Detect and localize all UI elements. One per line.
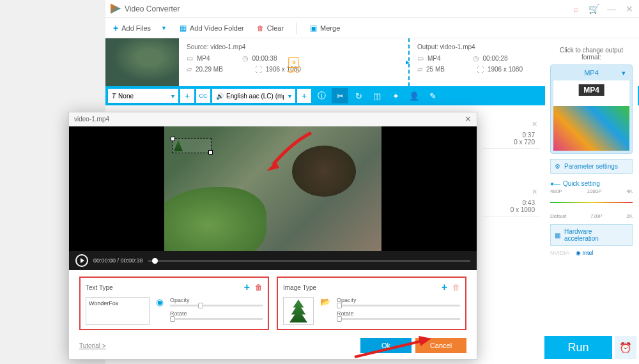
panel-title: Image Type bbox=[283, 284, 316, 291]
nvidia-label: NVIDIA bbox=[550, 250, 569, 256]
add-image-button[interactable]: + bbox=[442, 282, 447, 293]
hw-vendors: NVIDIA ◉ Intel bbox=[550, 250, 633, 256]
add-subtitle-button[interactable]: + bbox=[180, 89, 194, 103]
panel-title: Text Type bbox=[86, 284, 113, 291]
watermark-overlay[interactable] bbox=[172, 138, 212, 153]
effects-tool-icon[interactable]: ✦ bbox=[387, 88, 404, 103]
format-selector[interactable]: MP4 MP4 bbox=[550, 64, 633, 154]
list-item: ✕ 0:43 0 x 1080 bbox=[482, 185, 540, 216]
add-files-dropdown-icon[interactable]: ▼ bbox=[161, 25, 167, 31]
rotate-slider[interactable] bbox=[170, 318, 263, 320]
annotation-arrow-icon bbox=[260, 130, 318, 174]
cc-button[interactable]: CC bbox=[196, 89, 210, 103]
toolbar: +Add Files ▼ ▦Add Video Folder 🗑Clear ▣M… bbox=[105, 18, 639, 38]
format-preview: MP4 bbox=[553, 80, 629, 151]
target-icon[interactable]: ◉ bbox=[156, 297, 164, 325]
text-watermark-panel: Text Type + 🗑 WonderFox ◉ Opacity Rotate bbox=[79, 277, 269, 330]
watermark-editor-dialog: video-1.mp4 ✕ 00:00:00 / 00:00:38 Text T… bbox=[68, 112, 477, 360]
dialog-close-button[interactable]: ✕ bbox=[465, 114, 472, 124]
intel-label: ◉ Intel bbox=[576, 250, 594, 256]
add-text-button[interactable]: + bbox=[244, 282, 250, 293]
quality-slider[interactable] bbox=[550, 197, 633, 212]
format-icon: ▭ bbox=[187, 54, 193, 63]
cut-tool-icon[interactable]: ✂ bbox=[332, 88, 348, 103]
timer-button[interactable]: ⏰ bbox=[615, 336, 636, 359]
resolution-icon: ⛶ bbox=[255, 66, 262, 73]
clock-icon: ◷ bbox=[473, 54, 479, 63]
crop-tool-icon[interactable]: ◫ bbox=[369, 88, 385, 103]
chip-icon: ▦ bbox=[555, 232, 560, 239]
search-icon[interactable]: ⌕ bbox=[571, 4, 580, 13]
video-preview bbox=[69, 126, 477, 251]
image-preview[interactable] bbox=[283, 297, 314, 325]
source-info: Source: video-1.mp4 ▭MP4 ◷00:00:38 ▱20.2… bbox=[179, 38, 408, 86]
image-watermark-panel: Image Type + 🗑 📂 Opacity Rotate bbox=[277, 277, 466, 330]
svg-marker-0 bbox=[266, 162, 279, 171]
titlebar: Video Converter ⌕ 🛒 — ✕ bbox=[105, 0, 639, 18]
cancel-button[interactable]: Cancel bbox=[415, 338, 466, 353]
format-name: MP4 bbox=[553, 68, 629, 78]
rotate-slider[interactable] bbox=[337, 318, 460, 320]
opacity-slider[interactable] bbox=[337, 305, 460, 307]
video-frame[interactable] bbox=[164, 126, 381, 251]
cart-icon[interactable]: 🛒 bbox=[589, 4, 598, 13]
list-item: ✕ 0:37 0 x 720 bbox=[482, 118, 540, 149]
gpu-badge: ⚙GPU bbox=[288, 57, 299, 74]
watermark-tool-icon[interactable]: 👤 bbox=[406, 88, 422, 103]
app-title: Video Converter bbox=[125, 4, 571, 13]
output-sidebar: Click to change output format: MP4 MP4 ⚙… bbox=[545, 42, 638, 261]
edit-tool-icon[interactable]: ✎ bbox=[424, 88, 441, 103]
change-format-label: Click to change output format: bbox=[550, 47, 633, 61]
folder-icon: ▱ bbox=[187, 65, 192, 73]
ok-button[interactable]: Ok bbox=[360, 338, 412, 353]
sliders-icon: ⚙ bbox=[555, 163, 560, 170]
progress-bar[interactable] bbox=[148, 260, 470, 262]
close-icon[interactable]: ✕ bbox=[532, 188, 537, 196]
tutorial-link[interactable]: Tutorial > bbox=[79, 342, 106, 349]
dialog-titlebar: video-1.mp4 ✕ bbox=[69, 112, 477, 126]
add-folder-button[interactable]: ▦Add Video Folder bbox=[180, 24, 244, 33]
delete-image-button[interactable]: 🗑 bbox=[452, 283, 460, 292]
tree-icon bbox=[289, 300, 307, 322]
hardware-accel-button[interactable]: ▦Hardware acceleration bbox=[550, 224, 633, 246]
format-icon: ▭ bbox=[417, 54, 424, 63]
subtitle-select[interactable]: TNone▾ bbox=[108, 89, 178, 103]
clock-icon: ◷ bbox=[242, 54, 249, 63]
opacity-slider[interactable] bbox=[170, 305, 263, 307]
dialog-title: video-1.mp4 bbox=[74, 116, 109, 123]
play-button[interactable] bbox=[75, 254, 88, 267]
parameter-settings-button[interactable]: ⚙Parameter settings bbox=[550, 159, 633, 174]
resolution-icon: ⛶ bbox=[477, 66, 484, 73]
close-icon[interactable]: ✕ bbox=[532, 120, 537, 128]
add-files-button[interactable]: +Add Files bbox=[113, 23, 151, 33]
delete-text-button[interactable]: 🗑 bbox=[255, 283, 263, 292]
minimize-button[interactable]: — bbox=[607, 4, 616, 13]
app-logo-icon bbox=[111, 4, 121, 14]
video-thumbnail[interactable] bbox=[105, 38, 179, 86]
merge-button[interactable]: ▣Merge bbox=[310, 24, 340, 33]
clear-button[interactable]: 🗑Clear bbox=[257, 24, 284, 32]
tree-icon bbox=[174, 140, 183, 151]
audio-select[interactable]: 🔊English aac (LC) (mן▾ bbox=[212, 89, 295, 103]
source-label: Source: video-1.mp4 bbox=[187, 43, 401, 50]
video-controls: 00:00:00 / 00:00:38 bbox=[69, 251, 477, 270]
add-audio-button[interactable]: + bbox=[297, 89, 311, 103]
info-tool-icon[interactable]: ⓘ bbox=[313, 88, 330, 103]
folder-icon: ▱ bbox=[417, 65, 422, 73]
rotate-tool-icon[interactable]: ↻ bbox=[350, 88, 367, 103]
close-button[interactable]: ✕ bbox=[625, 4, 634, 13]
browse-icon[interactable]: 📂 bbox=[320, 297, 330, 325]
time-display: 00:00:00 / 00:00:38 bbox=[93, 257, 143, 264]
watermark-text-input[interactable]: WonderFox bbox=[86, 297, 150, 325]
quick-setting-label: ●—Quick setting bbox=[550, 180, 633, 187]
run-button[interactable]: Run bbox=[544, 336, 612, 359]
